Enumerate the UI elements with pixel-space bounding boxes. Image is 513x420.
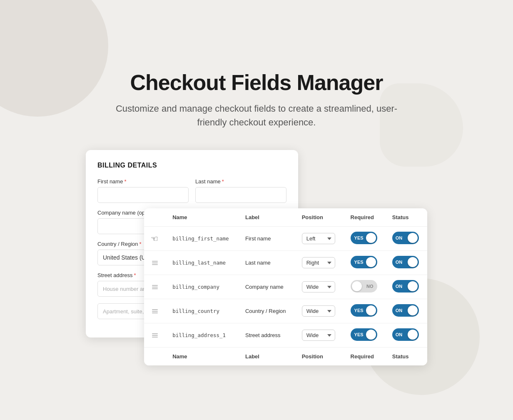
required-toggle-label: YES <box>354 308 364 313</box>
status-toggle[interactable]: ON <box>392 280 419 292</box>
col-header-status: Status <box>386 208 427 227</box>
table-body: ☜billing_first_nameFirst nameLeftRightWi… <box>144 227 427 348</box>
col-header-label: Label <box>239 208 295 227</box>
required-toggle[interactable]: YES <box>351 232 377 244</box>
field-label-text: Street address <box>245 332 281 338</box>
field-name-text: billing_last_name <box>172 260 226 266</box>
field-name-text: billing_country <box>172 308 219 314</box>
first-name-label: First name * <box>97 178 189 185</box>
field-label-text: Last name <box>245 260 271 266</box>
ui-container: BILLING DETAILS First name * Last name * <box>86 150 427 350</box>
col-footer-position: Position <box>295 348 344 366</box>
required-toggle-knob <box>366 233 376 243</box>
col-footer-status: Status <box>386 348 427 366</box>
col-header-required: Required <box>344 208 386 227</box>
field-name-text: billing_first_name <box>172 235 229 242</box>
required-toggle[interactable]: NO <box>351 280 377 292</box>
status-toggle[interactable]: ON <box>392 304 419 317</box>
status-toggle-label: ON <box>396 235 403 240</box>
status-cell[interactable]: ON <box>386 251 427 275</box>
field-label-text: First name <box>245 235 271 242</box>
col-header-position: Position <box>295 208 344 227</box>
drag-lines-icon[interactable] <box>151 285 159 289</box>
status-toggle[interactable]: ON <box>392 232 419 244</box>
first-name-input[interactable] <box>97 187 189 203</box>
position-select[interactable]: LeftRightWide <box>302 257 335 268</box>
country-required-star: * <box>139 241 142 247</box>
drag-handle-cell[interactable] <box>144 323 166 348</box>
status-cell[interactable]: ON <box>386 275 427 299</box>
drag-lines-icon[interactable] <box>151 261 159 265</box>
col-header-name: Name <box>166 208 239 227</box>
field-label-cell: First name <box>239 227 295 251</box>
field-label-text: Country / Region <box>245 308 286 314</box>
page-subtitle: Customize and manage checkout fields to … <box>111 102 402 129</box>
drag-handle-cell[interactable] <box>144 251 166 275</box>
drag-hand-icon[interactable]: ☜ <box>151 234 158 243</box>
status-toggle-knob <box>408 281 418 291</box>
drag-handle-cell[interactable] <box>144 275 166 299</box>
status-toggle-knob <box>408 330 418 340</box>
required-toggle[interactable]: YES <box>351 328 377 341</box>
table-row: billing_countryCountry / RegionLeftRight… <box>144 299 427 323</box>
field-label-cell: Street address <box>239 323 295 348</box>
status-cell[interactable]: ON <box>386 227 427 251</box>
billing-card-title: BILLING DETAILS <box>97 162 286 169</box>
table-row: billing_address_1Street addressLeftRight… <box>144 323 427 348</box>
required-cell[interactable]: YES <box>344 227 386 251</box>
col-footer-handle <box>144 348 166 366</box>
position-cell[interactable]: LeftRightWide <box>295 323 344 348</box>
field-label-cell: Country / Region <box>239 299 295 323</box>
first-name-required-star: * <box>124 178 126 185</box>
drag-handle-cell[interactable] <box>144 299 166 323</box>
status-cell[interactable]: ON <box>386 299 427 323</box>
required-toggle[interactable]: YES <box>351 304 377 317</box>
required-toggle-label: YES <box>354 332 364 337</box>
manager-card: Name Label Position Required Status ☜bil… <box>144 208 427 365</box>
col-footer-required: Required <box>344 348 386 366</box>
col-footer-label: Label <box>239 348 295 366</box>
drag-lines-icon[interactable] <box>151 309 159 313</box>
field-name-cell: billing_company <box>166 275 239 299</box>
last-name-group: Last name * <box>195 178 286 203</box>
col-footer-name: Name <box>166 348 239 366</box>
required-toggle-label: YES <box>354 235 364 240</box>
field-label-cell: Last name <box>239 251 295 275</box>
position-cell[interactable]: LeftRightWide <box>295 227 344 251</box>
status-toggle[interactable]: ON <box>392 256 419 268</box>
required-cell[interactable]: YES <box>344 323 386 348</box>
required-toggle[interactable]: YES <box>351 256 377 268</box>
drag-lines-icon[interactable] <box>151 333 159 338</box>
field-name-cell: billing_country <box>166 299 239 323</box>
required-toggle-knob <box>366 330 376 340</box>
status-toggle-label: ON <box>396 260 403 265</box>
position-select[interactable]: LeftRightWide <box>302 233 335 244</box>
status-toggle[interactable]: ON <box>392 328 419 341</box>
position-select[interactable]: LeftRightWide <box>302 305 335 317</box>
position-cell[interactable]: LeftRightWide <box>295 299 344 323</box>
table-header-row: Name Label Position Required Status <box>144 208 427 227</box>
table-footer-row: Name Label Position Required Status <box>144 348 427 366</box>
field-label-cell: Company name <box>239 275 295 299</box>
position-select[interactable]: LeftRightWide <box>302 281 335 292</box>
required-cell[interactable]: YES <box>344 251 386 275</box>
street-required-star: * <box>134 272 136 278</box>
status-toggle-label: ON <box>396 308 403 313</box>
position-cell[interactable]: LeftRightWide <box>295 251 344 275</box>
required-toggle-label: YES <box>354 260 364 265</box>
name-row: First name * Last name * <box>97 178 286 203</box>
status-toggle-label: ON <box>396 284 403 289</box>
drag-handle-cell[interactable]: ☜ <box>144 227 166 251</box>
position-select[interactable]: LeftRightWide <box>302 330 335 341</box>
required-toggle-knob <box>366 257 376 267</box>
field-name-cell: billing_first_name <box>166 227 239 251</box>
last-name-input[interactable] <box>195 187 286 203</box>
first-name-group: First name * <box>97 178 189 203</box>
required-cell[interactable]: YES <box>344 299 386 323</box>
required-toggle-knob <box>352 281 362 291</box>
field-name-text: billing_company <box>172 284 219 290</box>
required-cell[interactable]: NO <box>344 275 386 299</box>
field-name-cell: billing_address_1 <box>166 323 239 348</box>
position-cell[interactable]: LeftRightWide <box>295 275 344 299</box>
status-cell[interactable]: ON <box>386 323 427 348</box>
